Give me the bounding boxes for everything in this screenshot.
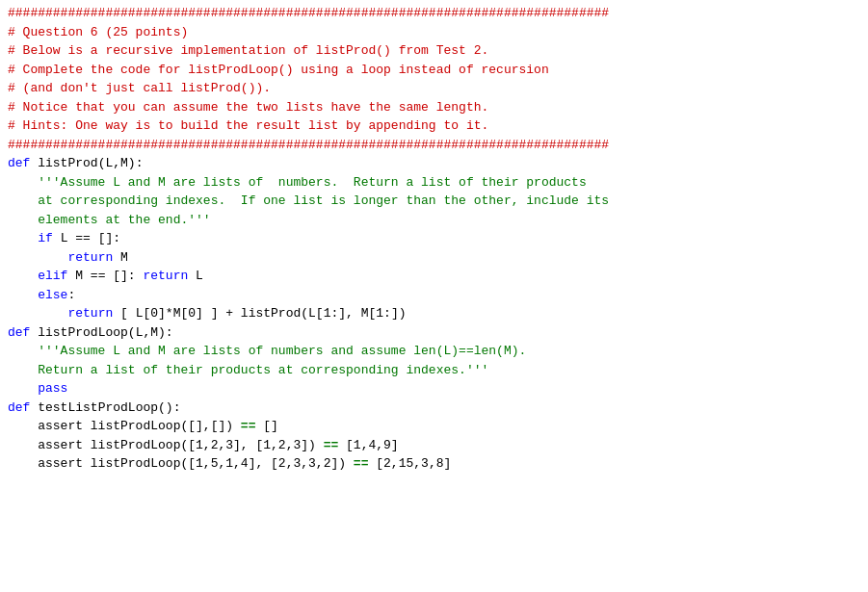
code-line: def testListProdLoop(): — [8, 399, 860, 418]
code-line: def listProdLoop(L,M): — [8, 323, 860, 343]
code-line: # Below is a recursive implementation of… — [8, 41, 860, 61]
code-line: def listProd(L,M): — [8, 154, 860, 173]
code-line: '''Assume L and M are lists of numbers a… — [8, 342, 860, 361]
code-line: ########################################… — [8, 136, 860, 155]
code-editor: ########################################… — [0, 0, 868, 592]
code-line: '''Assume L and M are lists of numbers. … — [8, 173, 860, 193]
code-line: # Hints: One way is to build the result … — [8, 116, 860, 136]
code-line: # (and don't just call listProd()). — [8, 79, 860, 98]
code-line: at corresponding indexes. If one list is… — [8, 192, 860, 211]
code-line: assert listProdLoop([1,5,1,4], [2,3,3,2]… — [8, 454, 860, 474]
code-line: assert listProdLoop([1,2,3], [1,2,3]) ==… — [8, 436, 860, 455]
code-line: # Complete the code for listProdLoop() u… — [8, 61, 860, 80]
code-line: if L == []: — [8, 229, 860, 248]
code-line: pass — [8, 379, 860, 399]
code-line: elif M == []: return L — [8, 267, 860, 286]
code-line: assert listProdLoop([],[]) == [] — [8, 417, 860, 436]
code-line: else: — [8, 286, 860, 305]
code-line: ########################################… — [8, 4, 860, 23]
code-line: # Notice that you can assume the two lis… — [8, 98, 860, 117]
code-line: # Question 6 (25 points) — [8, 23, 860, 42]
code-line: elements at the end.''' — [8, 211, 860, 230]
code-line: Return a list of their products at corre… — [8, 361, 860, 380]
code-line: return [ L[0]*M[0] ] + listProd(L[1:], M… — [8, 304, 860, 323]
code-line: return M — [8, 248, 860, 268]
